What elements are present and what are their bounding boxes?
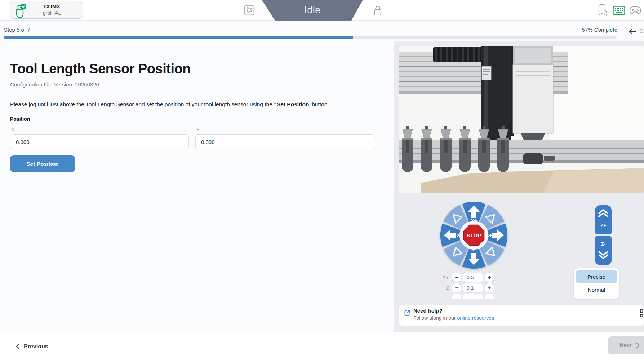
connection-port: COM3	[21, 3, 83, 10]
online-resources-link[interactable]: online resources	[457, 315, 494, 321]
speed-option-precise[interactable]: Precise	[576, 270, 617, 283]
instruction-bold: “Set Position”	[274, 101, 312, 107]
z-step-input[interactable]	[463, 283, 483, 292]
z-minus-button[interactable]: Z-	[595, 236, 612, 265]
machine-status-badge: Idle	[262, 0, 363, 21]
help-body: Follow along in our online resources	[413, 315, 494, 321]
set-position-button[interactable]: Set Position	[10, 155, 75, 172]
usb-plug-icon	[13, 3, 28, 19]
position-section-label: Position	[10, 116, 30, 122]
exit-label: Ex	[639, 28, 644, 35]
qr-code-icon[interactable]	[640, 309, 644, 317]
clipped-step-row	[432, 294, 505, 299]
progress-fill	[4, 36, 353, 39]
instruction-text: Please jog until just above the Tool Len…	[10, 101, 385, 108]
machine-render	[399, 46, 644, 193]
percent-complete-label: 57% Complete	[582, 27, 617, 33]
z-plus-label: Z+	[595, 223, 612, 228]
top-bar: COM3 grblHAL Idle	[0, 0, 644, 21]
clipped-step-decrement-button[interactable]	[452, 294, 461, 299]
config-file-version: Configuration File Version: 20260320	[10, 81, 99, 88]
z-minus-label: Z-	[595, 241, 612, 247]
xy-step-decrement-button[interactable]: −	[452, 273, 461, 282]
double-chevron-down-icon	[597, 250, 610, 260]
z-step-label: Z	[432, 285, 449, 291]
gamepad-icon[interactable]	[630, 6, 641, 14]
machine-status-text: Idle	[304, 5, 321, 16]
jog-pad: Y+ Y- X+ X- STOP	[440, 202, 507, 269]
exit-button[interactable]: Ex	[629, 28, 644, 35]
z-step-increment-button[interactable]: +	[485, 283, 494, 292]
next-label: Next	[619, 342, 632, 349]
footer-bar: Previous Next	[0, 332, 644, 362]
xy-step-label: XY	[432, 274, 449, 280]
page-title: Tool Length Sensor Position	[10, 61, 191, 77]
previous-button[interactable]: Previous	[15, 343, 48, 350]
connection-firmware: grblHAL	[21, 10, 83, 17]
xy-step-input[interactable]	[463, 273, 483, 282]
circuit-board-icon[interactable]	[244, 5, 254, 15]
step-label: Step 5 of 7	[4, 27, 30, 33]
help-title: Need help?	[413, 308, 443, 314]
xy-step-row: XY − +	[432, 273, 505, 282]
clipped-step-increment-button[interactable]	[485, 294, 494, 299]
wizard-progress-strip: Step 5 of 7 57% Complete Ex	[0, 21, 644, 41]
x-field-label: X	[11, 128, 14, 133]
y-position-input[interactable]	[195, 134, 375, 149]
external-link-icon	[404, 309, 411, 317]
previous-label: Previous	[24, 343, 48, 350]
clipped-step-input[interactable]	[463, 294, 483, 299]
next-button[interactable]: Next	[608, 336, 644, 354]
step-size-controls: XY − + Z − +	[432, 273, 505, 299]
connection-widget[interactable]: COM3 grblHAL	[10, 1, 83, 19]
keyboard-icon[interactable]	[613, 6, 625, 15]
connected-check-icon	[21, 4, 26, 9]
progress-bar	[4, 36, 617, 39]
x-position-input[interactable]	[10, 134, 189, 149]
y-field-label: Y	[196, 128, 199, 133]
speed-option-normal[interactable]: Normal	[576, 283, 617, 296]
mobile-icon[interactable]	[598, 4, 608, 18]
z-step-decrement-button[interactable]: −	[452, 283, 461, 292]
stop-label: STOP	[467, 232, 481, 238]
arrow-left-icon	[629, 28, 636, 34]
chevron-left-icon	[15, 343, 20, 350]
jog-speed-selector: Precise Normal	[574, 268, 619, 299]
lock-icon[interactable]	[372, 5, 383, 17]
z-step-row: Z − +	[432, 283, 505, 292]
help-card: Need help? Follow along in our online re…	[399, 305, 644, 326]
chevron-right-icon	[635, 342, 640, 349]
z-plus-button[interactable]: Z+	[595, 205, 612, 234]
xy-step-increment-button[interactable]: +	[485, 273, 494, 282]
double-chevron-up-icon	[597, 208, 610, 218]
